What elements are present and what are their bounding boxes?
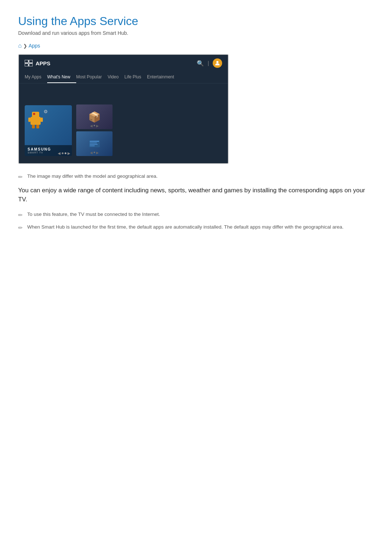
svg-rect-3 (29, 63, 33, 66)
box-icon: 📦 (88, 111, 101, 123)
mini-dot-1 (94, 125, 95, 126)
note-image-text: The image may differ with the model and … (27, 173, 158, 180)
note-internet-text: To use this feature, the TV must be conn… (27, 211, 160, 218)
svg-rect-15 (90, 144, 98, 145)
app-card-samsung[interactable]: ⚙ SAMSUNG SMART TV ◀ ▶ (25, 105, 72, 156)
left-arrow-icon[interactable]: ◀ (58, 151, 61, 155)
svg-rect-16 (90, 145, 95, 146)
tv-nav: My Apps What's New Most Popular Video Li… (19, 71, 228, 83)
svg-rect-14 (90, 143, 97, 143)
svg-point-7 (33, 113, 35, 115)
home-icon[interactable]: ⌂ (18, 42, 22, 49)
svg-rect-2 (25, 63, 28, 66)
nav-most-popular[interactable]: Most Popular (76, 71, 108, 83)
pencil-icon-1: ✏ (18, 173, 23, 181)
note-internet: ✏ To use this feature, the TV must be co… (18, 211, 374, 219)
mini-left-arrow[interactable]: ◀ (90, 124, 93, 128)
note-smarthub: ✏ When Smart Hub is launched for the fir… (18, 223, 374, 232)
svg-rect-0 (25, 60, 28, 63)
tv-header-left: APPS (25, 60, 50, 66)
app-card-envelope[interactable]: ◀ ▶ (76, 131, 113, 156)
mini2-left-arrow[interactable]: ◀ (90, 151, 93, 155)
svg-rect-9 (41, 118, 43, 122)
nav-whats-new[interactable]: What's New (47, 71, 76, 83)
highlight-paragraph: You can enjoy a wide range of content in… (18, 186, 374, 204)
tv-search-icon[interactable]: 🔍 (197, 60, 204, 67)
tv-content: ⚙ SAMSUNG SMART TV ◀ ▶ (19, 83, 228, 163)
tv-user-icon[interactable] (213, 58, 222, 68)
envelope-icon (89, 139, 100, 148)
mini2-dot-1 (94, 152, 95, 153)
breadcrumb: ⌂ ❯ Apps (18, 42, 374, 49)
breadcrumb-chevron-icon: ❯ (23, 43, 27, 49)
nav-my-apps[interactable]: My Apps (25, 71, 47, 83)
app-card-box[interactable]: 📦 ◀ ▶ (76, 104, 113, 129)
svg-rect-6 (32, 112, 39, 118)
nav-life-plus[interactable]: Life Plus (124, 71, 147, 83)
svg-rect-1 (29, 60, 33, 63)
pencil-icon-3: ✏ (18, 224, 23, 232)
samsung-logo: SAMSUNG (28, 147, 69, 151)
svg-rect-11 (36, 125, 39, 128)
page-title: Using the Apps Service (18, 15, 374, 28)
page-subtitle: Download and run various apps from Smart… (18, 30, 374, 36)
mini2-right-arrow[interactable]: ▶ (96, 151, 99, 155)
tv-header-right: 🔍 | (197, 58, 222, 68)
svg-rect-10 (32, 125, 35, 128)
nav-entertainment[interactable]: Entertainment (147, 71, 180, 83)
svg-rect-5 (30, 117, 41, 125)
pencil-icon-2: ✏ (18, 211, 23, 219)
tv-apps-label: APPS (36, 60, 50, 66)
stacked-app-cards: 📦 ◀ ▶ ◀ ▶ (76, 104, 113, 156)
svg-point-4 (216, 61, 219, 63)
nav-dot-1 (62, 152, 64, 154)
note-image-differ: ✏ The image may differ with the model an… (18, 173, 374, 181)
note-smarthub-text: When Smart Hub is launched for the first… (27, 223, 343, 231)
svg-rect-8 (28, 118, 30, 122)
tv-screen: APPS 🔍 | My Apps What's New Most Popular… (18, 54, 229, 164)
nav-dot-2 (65, 152, 66, 154)
nav-video[interactable]: Video (107, 71, 124, 83)
right-arrow-icon[interactable]: ▶ (68, 151, 70, 155)
svg-rect-13 (90, 141, 99, 142)
breadcrumb-apps[interactable]: Apps (29, 43, 40, 49)
apps-tv-icon (25, 60, 33, 66)
tv-header: APPS 🔍 | (19, 55, 228, 71)
tv-divider: | (208, 60, 209, 66)
robot-figure-icon (28, 109, 46, 129)
mini-right-arrow[interactable]: ▶ (96, 124, 99, 128)
